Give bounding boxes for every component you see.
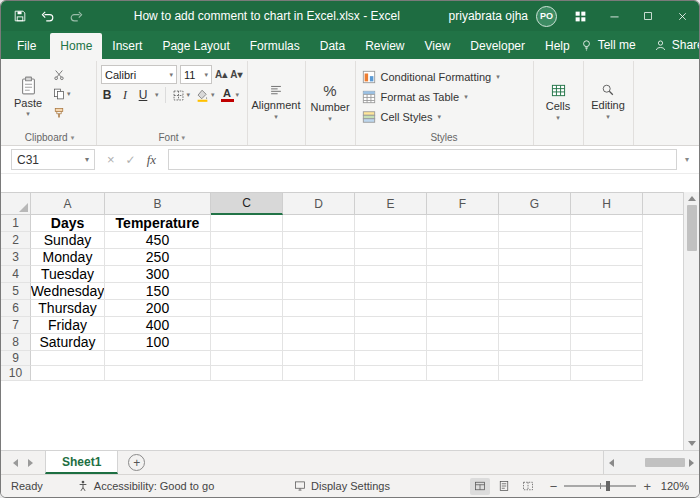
cell-styles-button[interactable]: Cell Styles ▾	[360, 107, 529, 126]
cell-B10[interactable]	[105, 366, 211, 381]
vertical-scroll-thumb[interactable]	[687, 205, 697, 251]
borders-button[interactable]: ▾	[172, 89, 191, 102]
column-header-F[interactable]: F	[427, 193, 499, 215]
cell-D5[interactable]	[283, 283, 355, 300]
alignment-button[interactable]: Alignment ▾	[252, 63, 301, 145]
new-sheet-button[interactable]: +	[128, 454, 145, 471]
cell-A3[interactable]: Monday	[31, 249, 105, 266]
cell-B7[interactable]: 400	[105, 317, 211, 334]
cell-A8[interactable]: Saturday	[31, 334, 105, 351]
cell-C4[interactable]	[211, 266, 283, 283]
cell-C10[interactable]	[211, 366, 283, 381]
tab-insert[interactable]: Insert	[102, 33, 152, 59]
normal-view-button[interactable]	[470, 478, 490, 495]
cell-G10[interactable]	[499, 366, 571, 381]
cell-F10[interactable]	[427, 366, 499, 381]
underline-button[interactable]: U	[137, 88, 149, 102]
cell-A1[interactable]: Days	[31, 215, 105, 232]
cell-F3[interactable]	[427, 249, 499, 266]
row-header-4[interactable]: 4	[1, 266, 31, 283]
next-sheet-icon[interactable]	[28, 459, 33, 467]
ribbon-display-options-button[interactable]	[563, 1, 597, 31]
cell-H3[interactable]	[571, 249, 643, 266]
cell-D10[interactable]	[283, 366, 355, 381]
save-button[interactable]	[11, 5, 29, 27]
cell-B4[interactable]: 300	[105, 266, 211, 283]
row-header-9[interactable]: 9	[1, 351, 31, 366]
sheet-tab-sheet1[interactable]: Sheet1	[45, 451, 118, 474]
cell-D6[interactable]	[283, 300, 355, 317]
avatar[interactable]: PO	[536, 6, 557, 27]
decrease-font-size-button[interactable]: A▾	[230, 69, 242, 80]
paste-button[interactable]: Paste ▾	[7, 63, 49, 130]
zoom-slider-thumb[interactable]	[606, 481, 610, 491]
cut-button[interactable]	[53, 67, 71, 82]
cell-D1[interactable]	[283, 215, 355, 232]
cell-D9[interactable]	[283, 351, 355, 366]
select-all-button[interactable]	[1, 193, 31, 215]
cells-button[interactable]: Cells ▾	[538, 63, 579, 145]
cell-A6[interactable]: Thursday	[31, 300, 105, 317]
cell-A4[interactable]: Tuesday	[31, 266, 105, 283]
tab-file[interactable]: File	[1, 33, 50, 59]
cell-H5[interactable]	[571, 283, 643, 300]
cell-C1[interactable]	[211, 215, 283, 232]
cell-G8[interactable]	[499, 334, 571, 351]
tab-page-layout[interactable]: Page Layout	[152, 33, 239, 59]
cell-D4[interactable]	[283, 266, 355, 283]
close-button[interactable]	[665, 1, 699, 31]
increase-font-size-button[interactable]: A▴	[215, 69, 227, 80]
scroll-right-icon[interactable]	[689, 459, 694, 467]
cell-G2[interactable]	[499, 232, 571, 249]
cell-G7[interactable]	[499, 317, 571, 334]
cell-E6[interactable]	[355, 300, 427, 317]
italic-button[interactable]: I	[119, 88, 131, 103]
cell-B3[interactable]: 250	[105, 249, 211, 266]
tab-formulas[interactable]: Formulas	[240, 33, 310, 59]
minimize-button[interactable]	[597, 1, 631, 31]
row-header-2[interactable]: 2	[1, 232, 31, 249]
cell-H8[interactable]	[571, 334, 643, 351]
font-size-select[interactable]: 11 ▾	[180, 65, 212, 84]
cell-D7[interactable]	[283, 317, 355, 334]
formula-input[interactable]	[168, 149, 677, 170]
clipboard-dialog-launcher-icon[interactable]: ▾	[71, 134, 75, 142]
scroll-up-icon[interactable]	[688, 196, 696, 201]
row-header-1[interactable]: 1	[1, 215, 31, 232]
undo-button[interactable]	[39, 5, 57, 27]
cell-B5[interactable]: 150	[105, 283, 211, 300]
cell-H10[interactable]	[571, 366, 643, 381]
name-box[interactable]: C31 ▾	[11, 149, 95, 170]
tab-data[interactable]: Data	[310, 33, 355, 59]
formula-bar-expand-button[interactable]: ▾	[679, 155, 695, 164]
cell-F7[interactable]	[427, 317, 499, 334]
font-name-select[interactable]: Calibri ▾	[101, 65, 177, 84]
horizontal-scroll-thumb[interactable]	[645, 458, 685, 467]
horizontal-scroll-track[interactable]	[618, 458, 685, 468]
cell-G9[interactable]	[499, 351, 571, 366]
column-header-C[interactable]: C	[211, 193, 283, 215]
insert-function-button[interactable]: fx	[147, 152, 156, 168]
underline-dropdown-icon[interactable]: ▾	[155, 91, 159, 99]
cell-E4[interactable]	[355, 266, 427, 283]
cell-A7[interactable]: Friday	[31, 317, 105, 334]
display-settings-button[interactable]: Display Settings	[294, 480, 390, 492]
cell-H1[interactable]	[571, 215, 643, 232]
tab-developer[interactable]: Developer	[460, 33, 535, 59]
tab-help[interactable]: Help	[535, 33, 580, 59]
cell-B6[interactable]: 200	[105, 300, 211, 317]
cell-B2[interactable]: 450	[105, 232, 211, 249]
cell-A2[interactable]: Sunday	[31, 232, 105, 249]
cell-G6[interactable]	[499, 300, 571, 317]
previous-sheet-icon[interactable]	[13, 459, 18, 467]
row-header-8[interactable]: 8	[1, 334, 31, 351]
cell-C6[interactable]	[211, 300, 283, 317]
cell-B1[interactable]: Temperature	[105, 215, 211, 232]
cell-C2[interactable]	[211, 232, 283, 249]
font-dialog-launcher-icon[interactable]: ▾	[182, 134, 186, 142]
row-header-7[interactable]: 7	[1, 317, 31, 334]
cell-G5[interactable]	[499, 283, 571, 300]
cell-G1[interactable]	[499, 215, 571, 232]
cell-E3[interactable]	[355, 249, 427, 266]
cell-F4[interactable]	[427, 266, 499, 283]
